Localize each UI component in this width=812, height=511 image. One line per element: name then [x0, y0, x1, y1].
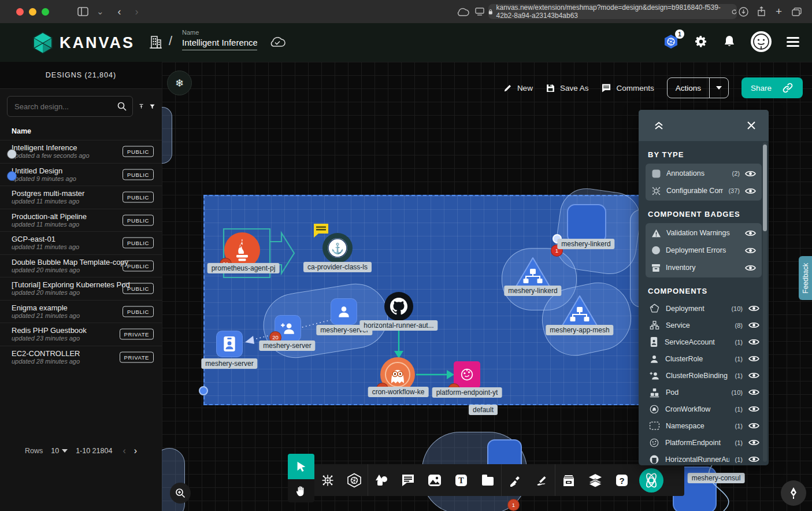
panel-scrollbar-thumb[interactable] — [763, 145, 767, 231]
rows-per-page-select[interactable]: 10 — [51, 447, 68, 455]
zoom-button[interactable] — [170, 483, 191, 503]
component-row-service[interactable]: Service(8) — [639, 317, 769, 334]
node-label[interactable]: prometheus-agent-pj — [207, 263, 280, 273]
design-list-item[interactable]: GCP-east-01 updated 11 minutes ago PUBLI… — [0, 231, 162, 254]
eye-icon[interactable] — [745, 264, 756, 272]
layer-row-annotations[interactable]: Annotations (2) — [649, 165, 758, 182]
eye-icon[interactable] — [748, 439, 759, 446]
badge-row-errors[interactable]: Deployment Errors — [649, 242, 758, 259]
component-row-clusterrole[interactable]: ClusterRole(1) — [639, 350, 769, 367]
share-page-icon[interactable] — [757, 6, 766, 17]
chevron-down-icon[interactable]: ⌄ — [97, 6, 104, 17]
tab-overview-icon[interactable] — [792, 8, 802, 16]
design-name-input[interactable] — [182, 36, 257, 50]
import-design-icon[interactable] — [139, 101, 144, 112]
kanvas-logo[interactable]: KANVAS — [32, 31, 135, 54]
eye-icon[interactable] — [748, 372, 759, 379]
new-tab-icon[interactable]: + — [776, 5, 782, 18]
node-label[interactable]: ca-provider-class-ls — [303, 262, 372, 272]
layers-tool[interactable] — [582, 464, 609, 496]
badge-row-validation[interactable]: Validation Warnings — [649, 224, 758, 242]
node-label[interactable]: meshery-app-mesh — [546, 325, 613, 335]
close-icon[interactable] — [747, 121, 756, 130]
component-row-clusterrolebinding[interactable]: ClusterRoleBinding(1) — [639, 367, 769, 384]
search-input[interactable] — [13, 102, 117, 112]
design-list-item[interactable]: Intelligent Inference updated a few seco… — [0, 140, 162, 163]
node-label[interactable]: meshery-linkerd — [557, 239, 614, 249]
notifications-bell-icon[interactable] — [723, 35, 736, 49]
prev-page-icon[interactable]: ‹ — [123, 446, 125, 456]
settings-gear-icon[interactable] — [694, 35, 708, 49]
sidebar-toggle-icon[interactable] — [77, 7, 88, 16]
node-label[interactable]: meshery-server — [201, 358, 257, 369]
new-button[interactable]: New — [503, 83, 533, 93]
window-tool[interactable] — [474, 464, 501, 496]
collapse-double-chevron-icon[interactable] — [654, 121, 664, 130]
layer-row-configurable[interactable]: Configurable Compon (37) — [649, 182, 758, 199]
design-canvas[interactable]: 21 prometheus-agent-pj ⚓ ca-provider-cla… — [162, 62, 812, 511]
zoom-window-button[interactable] — [42, 8, 49, 16]
design-list-item[interactable]: Postgres multi-master updated 11 minutes… — [0, 186, 162, 209]
component-row-horizontalrunner[interactable]: HorizontalRunnerAutos(1) — [639, 451, 769, 465]
forward-icon[interactable]: › — [135, 6, 139, 18]
help-tool[interactable]: ? — [609, 464, 635, 496]
eye-icon[interactable] — [748, 456, 759, 463]
reader-icon[interactable] — [475, 8, 484, 16]
node-service-appmesh[interactable] — [561, 294, 599, 328]
node-label[interactable]: meshery-linkerd — [504, 286, 561, 296]
component-row-namespace[interactable]: Namespace(1) — [639, 417, 769, 434]
node-namespace-linkerd[interactable]: 1 — [567, 204, 606, 243]
design-list-item[interactable]: EC2-CONTROLLER updated 28 minutes ago PR… — [0, 346, 162, 369]
node-label[interactable]: cron-workflow-ke — [368, 387, 429, 397]
component-row-serviceaccount[interactable]: ServiceAccount(1) — [639, 334, 769, 350]
image-tool[interactable] — [421, 464, 448, 496]
component-row-deployment[interactable]: Deployment(10) — [639, 300, 769, 317]
meshery-operator-tool[interactable] — [635, 464, 668, 496]
actions-split-button[interactable]: Actions — [667, 77, 729, 98]
eye-icon[interactable] — [745, 170, 756, 177]
scalpel-tool[interactable] — [502, 464, 528, 496]
eye-icon[interactable] — [748, 355, 759, 362]
design-list-item[interactable]: Production-alt Pipeline updated 11 minut… — [0, 209, 162, 232]
filter-icon[interactable] — [150, 102, 155, 112]
drawer-tool[interactable] — [555, 464, 582, 496]
downloads-icon[interactable] — [739, 7, 748, 17]
component-row-platformendpoint[interactable]: PlatformEndpoint(1) — [639, 434, 769, 451]
design-list-item[interactable]: Double Bubble Map Template-copy updated … — [0, 254, 162, 277]
components-tool[interactable] — [314, 464, 341, 496]
pen-nib-button[interactable] — [781, 480, 806, 506]
eye-icon[interactable] — [745, 229, 756, 237]
design-list-item[interactable]: Enigma example updated 21 minutes ago PU… — [0, 300, 162, 323]
eye-icon[interactable] — [748, 321, 759, 329]
kubernetes-tool[interactable] — [341, 464, 368, 496]
node-label[interactable]: horizontal-runner-aut... — [359, 320, 437, 331]
cloud-tab-icon[interactable] — [457, 8, 469, 16]
eye-icon[interactable] — [745, 187, 756, 195]
save-as-button[interactable]: Save As — [546, 83, 589, 93]
design-list-item[interactable]: Untitled Design updated 9 minutes ago PU… — [0, 163, 162, 186]
search-design-box[interactable] — [7, 96, 133, 117]
design-list-item[interactable]: [Tutorial] Exploring Kubernetes Pod upda… — [0, 277, 162, 300]
badge-row-inventory[interactable]: Inventory — [649, 259, 758, 276]
node-clusterrolebinding[interactable]: 20 — [275, 315, 301, 342]
reload-icon[interactable] — [732, 8, 737, 16]
select-tool[interactable] — [288, 454, 314, 479]
address-bar[interactable]: kanvas.new/extension/meshmap?mode=design… — [488, 4, 737, 19]
share-button[interactable]: Share — [741, 77, 803, 98]
design-list-item[interactable]: Redis PHP Guestbook updated 23 minutes a… — [0, 323, 162, 346]
component-row-cronworkflow[interactable]: CronWorkflow(1) — [639, 401, 769, 417]
kubernetes-context-button[interactable]: 1 — [663, 34, 679, 50]
component-row-pod[interactable]: Pod(10) — [639, 384, 769, 401]
feedback-tab[interactable]: Feedback — [799, 256, 812, 300]
snowflake-button[interactable]: ❄ — [167, 71, 192, 95]
close-window-button[interactable] — [16, 8, 24, 16]
minimize-window-button[interactable] — [29, 8, 36, 16]
next-page-icon[interactable]: › — [134, 446, 137, 456]
node-label[interactable]: meshery-consul — [688, 473, 745, 483]
organization-icon[interactable] — [148, 35, 163, 50]
namespace-default-label[interactable]: default — [469, 405, 498, 415]
node-clusterrole[interactable] — [331, 298, 357, 325]
pan-tool[interactable] — [288, 479, 314, 502]
eye-icon[interactable] — [748, 305, 759, 312]
hamburger-menu-icon[interactable] — [787, 35, 799, 49]
